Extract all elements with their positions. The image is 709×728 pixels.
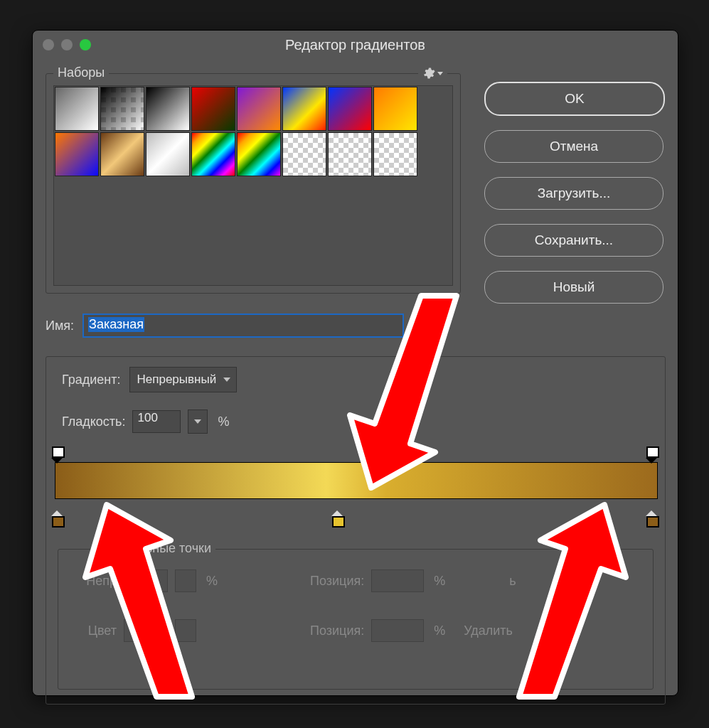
presets-group: Наборы — [46, 73, 461, 294]
name-input[interactable]: Заказная — [82, 314, 404, 338]
preset-swatch[interactable] — [237, 87, 281, 131]
preset-swatch[interactable] — [282, 132, 326, 176]
gradient-group: Градиент: Непрерывный Гладкость: 100 % — [46, 356, 666, 705]
color-stop[interactable] — [646, 510, 659, 528]
position-input — [371, 619, 424, 642]
save-button[interactable]: Сохранить... — [484, 224, 663, 257]
gradient-type-dropdown[interactable]: Непрерывный — [129, 367, 238, 392]
opacity-stop[interactable] — [646, 446, 659, 461]
preset-thumbnails — [53, 85, 453, 286]
cancel-button[interactable]: Отмена — [484, 130, 663, 163]
stops-legend: Контрольные точки — [92, 541, 215, 556]
opacity-stop[interactable] — [52, 446, 65, 461]
color-stepper — [175, 619, 196, 642]
opacity-value-input — [124, 569, 168, 592]
window-close-button[interactable] — [43, 39, 54, 50]
window-zoom-button[interactable] — [80, 39, 91, 50]
preset-swatch[interactable] — [373, 87, 417, 131]
load-button[interactable]: Загрузить... — [484, 177, 663, 210]
color-stop-label: Цвет — [73, 623, 117, 638]
gear-icon — [422, 67, 435, 80]
preset-swatch[interactable] — [373, 132, 417, 176]
ok-button[interactable]: OK — [484, 82, 665, 116]
stops-group: Контрольные точки Непр % Позиция: % ь Цв… — [58, 549, 654, 690]
position-label: Позиция: — [310, 623, 364, 638]
titlebar: Редактор градиентов — [33, 31, 678, 59]
preset-swatch[interactable] — [55, 87, 99, 131]
color-stop[interactable] — [52, 510, 65, 528]
color-stop[interactable] — [332, 510, 345, 528]
gradient-editor-window: Редактор градиентов OK Отмена Загрузить.… — [32, 30, 678, 696]
preset-swatch[interactable] — [328, 132, 372, 176]
delete-button: Удалить — [464, 623, 513, 638]
name-label: Имя: — [46, 318, 74, 333]
preset-swatch[interactable] — [191, 87, 235, 131]
chevron-down-icon — [437, 72, 443, 75]
preset-swatch[interactable] — [55, 132, 99, 176]
chevron-down-icon — [223, 378, 230, 382]
position-input — [371, 569, 424, 592]
percent-label: % — [434, 623, 445, 638]
preset-swatch[interactable] — [191, 132, 235, 176]
preset-swatch[interactable] — [100, 87, 144, 131]
smoothness-stepper[interactable] — [188, 410, 208, 434]
preset-swatch[interactable] — [282, 87, 326, 131]
gradient-bar[interactable] — [55, 462, 656, 522]
new-button[interactable]: Новый — [484, 271, 663, 304]
percent-label: % — [218, 414, 229, 429]
presets-label: Наборы — [53, 65, 109, 80]
gradient-type-label: Градиент: — [62, 373, 121, 387]
chevron-down-icon — [194, 419, 201, 424]
preset-swatch[interactable] — [146, 87, 190, 131]
preset-swatch[interactable] — [146, 132, 190, 176]
opacity-stop-label: Непр — [73, 574, 117, 589]
opacity-stepper — [175, 569, 196, 592]
preset-swatch[interactable] — [237, 132, 281, 176]
preset-swatch[interactable] — [100, 132, 144, 176]
window-title: Редактор градиентов — [33, 37, 678, 53]
action-button: ь — [509, 574, 516, 589]
percent-label: % — [434, 574, 445, 589]
preset-swatch[interactable] — [328, 87, 372, 131]
smoothness-label: Гладкость: — [62, 414, 125, 429]
window-minimize-button[interactable] — [61, 39, 73, 50]
position-label: Позиция: — [310, 574, 364, 589]
color-swatch-input — [124, 619, 168, 642]
percent-label: % — [206, 574, 218, 589]
smoothness-input[interactable]: 100 — [132, 410, 181, 433]
presets-menu-button[interactable] — [418, 67, 447, 80]
